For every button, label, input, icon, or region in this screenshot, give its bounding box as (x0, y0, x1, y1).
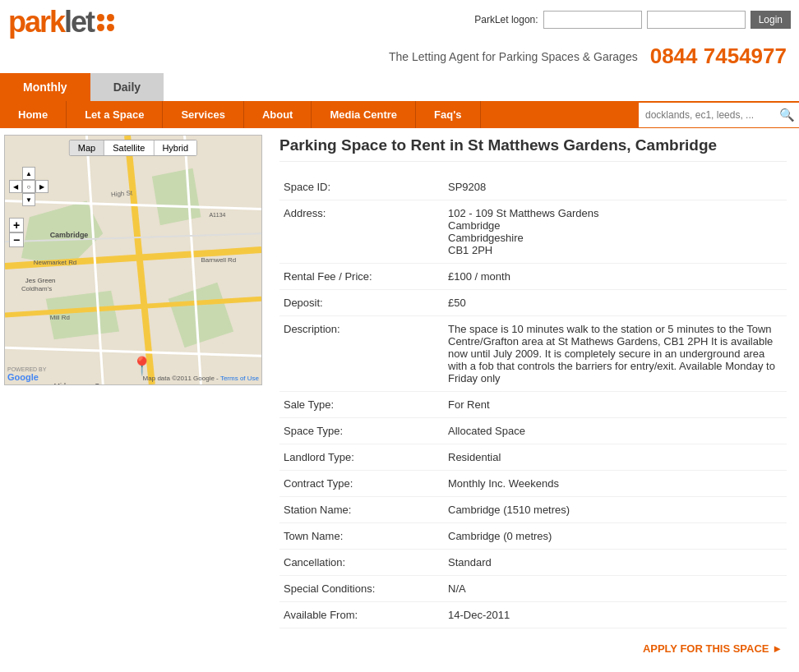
field-label: Available From: (279, 602, 444, 628)
table-row: Town Name: Cambridge (0 metres) (279, 523, 787, 550)
nav-services[interactable]: Services (163, 101, 244, 128)
table-row: Contract Type: Monthly Inc. Weekends (279, 471, 787, 497)
field-value: The space is 10 minutes walk to the stat… (444, 316, 787, 392)
field-label: Landlord Type: (279, 444, 444, 471)
field-label: Deposit: (279, 290, 444, 316)
field-label: Special Conditions: (279, 576, 444, 602)
svg-text:Midsummer Common: Midsummer Common (54, 382, 124, 384)
field-label: Space Type: (279, 418, 444, 444)
svg-text:A1134: A1134 (209, 212, 225, 218)
map-panel: Map Satellite Hybrid ▲ ◀ ○ ▶ ▼ + − (0, 128, 267, 672)
map-arrow-center[interactable]: ○ (22, 180, 35, 193)
map-arrow-up[interactable]: ▲ (22, 167, 35, 180)
phone-number: 0844 7454977 (650, 44, 787, 69)
table-row: Description: The space is 10 minutes wal… (279, 316, 787, 392)
field-value: For Rent (444, 392, 787, 418)
field-label: Rental Fee / Price: (279, 264, 444, 290)
svg-text:Newmarket Rd: Newmarket Rd (34, 259, 77, 266)
nav-faqs[interactable]: Faq's (416, 101, 480, 128)
map-zoom-out[interactable]: − (9, 232, 24, 247)
nav-media-centre[interactable]: Media Centre (312, 101, 416, 128)
map-btn-hybrid[interactable]: Hybrid (154, 140, 196, 155)
nav-bar: Home Let a Space Services About Media Ce… (0, 101, 799, 128)
svg-text:Barnwell Rd: Barnwell Rd (201, 256, 236, 264)
main-content: Map Satellite Hybrid ▲ ◀ ○ ▶ ▼ + − (0, 128, 799, 672)
brand-bar: The Letting Agent for Parking Spaces & G… (0, 39, 799, 73)
map-data-credit: Map data ©2011 Google - Terms of Use (143, 375, 259, 382)
field-label: Description: (279, 316, 444, 392)
field-label: Address: (279, 200, 444, 264)
field-label: Contract Type: (279, 471, 444, 497)
map-container: Map Satellite Hybrid ▲ ◀ ○ ▶ ▼ + − (4, 135, 262, 385)
field-value: 14-Dec-2011 (444, 602, 787, 628)
table-row: Cancellation: Standard (279, 550, 787, 576)
search-button[interactable]: 🔍 (774, 103, 799, 127)
map-arrow-down[interactable]: ▼ (22, 193, 35, 206)
table-row: Available From: 14-Dec-2011 (279, 602, 787, 628)
search-input[interactable] (639, 103, 774, 127)
nav-home[interactable]: Home (0, 101, 67, 128)
table-row: Space ID: SP9208 (279, 174, 787, 200)
svg-text:Cambridge: Cambridge (50, 231, 89, 239)
map-btn-satellite[interactable]: Satellite (104, 140, 154, 155)
google-watermark: POWERED BY Google (7, 366, 46, 382)
nav-search-area: 🔍 (639, 103, 799, 127)
listing-title: Parking Space to Rent in St Matthews Gar… (279, 136, 787, 162)
login-label: ParkLet logon: (474, 14, 538, 25)
field-value: Allocated Space (444, 418, 787, 444)
table-row: Deposit: £50 (279, 290, 787, 316)
table-row: Station Name: Cambridge (1510 metres) (279, 497, 787, 523)
detail-panel: Parking Space to Rent in St Matthews Gar… (267, 128, 799, 672)
field-value: SP9208 (444, 174, 787, 200)
map-zoom-in[interactable]: + (9, 218, 24, 232)
field-label: Space ID: (279, 174, 444, 200)
field-value-address: 102 - 109 St Matthews GardensCambridgeCa… (444, 200, 787, 264)
field-value: Cambridge (1510 metres) (444, 497, 787, 523)
svg-text:Coldham's: Coldham's (21, 285, 52, 292)
table-row: Space Type: Allocated Space (279, 418, 787, 444)
field-value: N/A (444, 576, 787, 602)
svg-text:Mill Rd: Mill Rd (50, 314, 70, 321)
login-password[interactable] (647, 11, 746, 29)
field-label: Station Name: (279, 497, 444, 523)
field-value: Standard (444, 550, 787, 576)
table-row: Rental Fee / Price: £100 / month (279, 264, 787, 290)
apply-bar: APPLY FOR THIS SPACE ► (279, 633, 787, 665)
table-row: Sale Type: For Rent (279, 392, 787, 418)
field-value: Cambridge (0 metres) (444, 523, 787, 550)
terms-of-use-link[interactable]: Terms of Use (220, 375, 259, 382)
map-zoom-controls: + − (9, 218, 24, 247)
map-type-controls: Map Satellite Hybrid (69, 140, 197, 156)
map-arrow-right[interactable]: ▶ (35, 180, 48, 193)
field-value: £100 / month (444, 264, 787, 290)
tab-daily[interactable]: Daily (90, 73, 164, 101)
field-label: Town Name: (279, 523, 444, 550)
login-username[interactable] (543, 11, 642, 29)
logo: park let (8, 5, 114, 39)
apply-button[interactable]: APPLY FOR THIS SPACE ► (643, 642, 783, 655)
tabs-bar: Monthly Daily (0, 73, 177, 101)
field-label: Cancellation: (279, 550, 444, 576)
tab-monthly[interactable]: Monthly (0, 73, 90, 101)
table-row: Special Conditions: N/A (279, 576, 787, 602)
field-value: £50 (444, 290, 787, 316)
svg-text:Jes Green: Jes Green (25, 277, 56, 284)
table-row: Address: 102 - 109 St Matthews GardensCa… (279, 200, 787, 264)
nav-let-a-space[interactable]: Let a Space (67, 101, 163, 128)
field-value: Monthly Inc. Weekends (444, 471, 787, 497)
detail-table: Space ID: SP9208 Address: 102 - 109 St M… (279, 174, 787, 628)
map-btn-map[interactable]: Map (70, 140, 104, 155)
svg-marker-3 (152, 168, 201, 226)
field-value: Residential (444, 444, 787, 471)
nav-about[interactable]: About (244, 101, 312, 128)
field-label: Sale Type: (279, 392, 444, 418)
table-row: Landlord Type: Residential (279, 444, 787, 471)
map-arrow-left[interactable]: ◀ (9, 180, 22, 193)
tagline: The Letting Agent for Parking Spaces & G… (389, 50, 638, 63)
map-nav-arrows: ▲ ◀ ○ ▶ ▼ (9, 167, 48, 206)
login-button[interactable]: Login (751, 11, 791, 29)
